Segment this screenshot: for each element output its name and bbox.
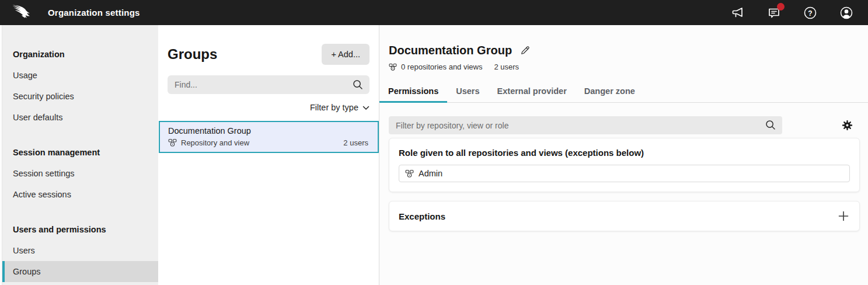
crowdstrike-falcon-logo[interactable] <box>9 4 33 22</box>
add-group-button[interactable]: + Add... <box>322 44 369 65</box>
meta-users-count: 2 users <box>494 62 519 71</box>
settings-sidebar: Organization Usage Security policies Use… <box>2 25 158 285</box>
group-detail-tabs: Permissions Users External provider Dang… <box>379 83 868 103</box>
sidebar-item-groups[interactable]: Groups <box>2 261 158 282</box>
filter-by-type-dropdown[interactable]: Filter by type <box>168 102 369 113</box>
repository-and-view-group-icon <box>168 138 177 147</box>
role-group-icon <box>405 169 414 178</box>
chevron-down-icon <box>362 103 369 112</box>
tab-permissions[interactable]: Permissions <box>379 83 447 103</box>
help-icon[interactable]: ? <box>803 5 818 20</box>
topbar: Organization settings ? <box>0 0 868 25</box>
notifications-icon[interactable] <box>766 5 782 20</box>
role-row-admin[interactable]: Admin <box>399 165 850 182</box>
meta-repositories-count: 0 repositories and views <box>401 62 482 71</box>
groups-list-panel: Groups + Add... Filter by type Documenta… <box>158 25 379 285</box>
notification-badge <box>777 3 785 11</box>
find-group-input[interactable] <box>168 75 369 94</box>
add-exception-icon[interactable] <box>837 210 850 223</box>
exceptions-heading: Exceptions <box>399 211 445 221</box>
repository-and-view-group-icon <box>389 63 397 71</box>
permissions-settings-gear-icon[interactable] <box>842 120 853 131</box>
sidebar-section-session-management: Session management <box>2 142 158 163</box>
sidebar-item-session-settings[interactable]: Session settings <box>2 163 158 184</box>
group-name: Documentation Group <box>168 126 368 135</box>
announcements-icon[interactable] <box>730 5 745 20</box>
search-icon <box>352 79 364 93</box>
group-users-count: 2 users <box>343 138 368 147</box>
filter-by-type-label: Filter by type <box>310 103 358 112</box>
sidebar-item-usage[interactable]: Usage <box>2 65 158 86</box>
group-list-item-documentation-group[interactable]: Documentation Group Repository and view … <box>159 121 379 153</box>
sidebar-item-active-sessions[interactable]: Active sessions <box>2 184 158 205</box>
edit-group-name-icon[interactable] <box>520 46 530 55</box>
exceptions-card: Exceptions <box>389 201 860 231</box>
groups-panel-title: Groups <box>168 46 217 62</box>
group-detail-title: Documentation Group <box>389 44 512 57</box>
sidebar-item-users[interactable]: Users <box>2 240 158 261</box>
sidebar-item-security-policies[interactable]: Security policies <box>2 86 158 107</box>
tab-external-provider[interactable]: External provider <box>489 83 576 103</box>
account-avatar-icon[interactable] <box>839 5 854 20</box>
group-detail-panel: Documentation Group 0 repositories and v… <box>379 25 868 285</box>
sidebar-section-users-and-permissions: Users and permissions <box>2 219 158 240</box>
role-card: Role given to all repositories and views… <box>389 138 860 192</box>
sidebar-section-organization: Organization <box>2 44 158 65</box>
tab-danger-zone[interactable]: Danger zone <box>576 83 644 103</box>
filter-permissions-input[interactable] <box>389 116 782 134</box>
group-type-label: Repository and view <box>181 138 249 147</box>
tab-users[interactable]: Users <box>447 83 488 103</box>
page-title: Organization settings <box>48 8 140 18</box>
search-icon <box>765 119 776 133</box>
sidebar-item-user-defaults[interactable]: User defaults <box>2 107 158 128</box>
role-card-heading: Role given to all repositories and views… <box>399 148 850 158</box>
svg-text:?: ? <box>808 9 812 17</box>
role-name: Admin <box>419 169 442 178</box>
